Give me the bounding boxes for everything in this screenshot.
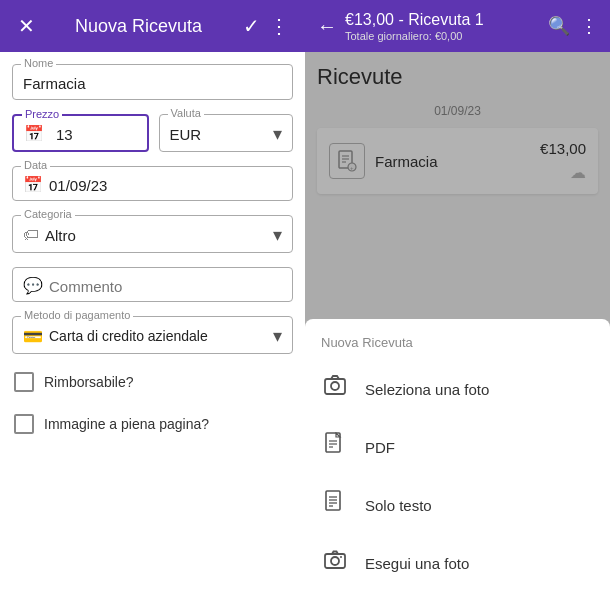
sheet-item-photo-label: Seleziona una foto [365,381,489,398]
metodo-label: Metodo di pagamento [21,309,133,321]
metodo-dropdown-arrow[interactable]: ▾ [273,325,282,347]
prezzo-label: Prezzo [22,108,62,120]
commento-field: 💬 [12,267,293,302]
date-icon: 📅 [23,175,43,194]
sheet-item-photo[interactable]: Seleziona una foto [305,360,610,418]
valuta-field: Valuta EUR ▾ [159,114,294,152]
commento-input[interactable] [49,276,282,295]
back-icon[interactable]: ← [317,15,337,38]
categoria-label: Categoria [21,208,75,220]
metodo-value: Carta di credito aziendale [49,328,273,344]
rimborsabile-row: Rimborsabile? [12,368,293,396]
bottom-sheet-title: Nuova Ricevuta [305,335,610,360]
immagine-checkbox[interactable] [14,414,34,434]
categoria-field: Categoria 🏷 Altro ▾ [12,215,293,253]
search-icon[interactable]: 🔍 [548,15,570,37]
svg-point-19 [340,556,342,558]
svg-point-7 [331,382,339,390]
categoria-dropdown-arrow[interactable]: ▾ [273,224,282,246]
camera-icon [321,548,349,578]
nome-field: Nome [12,64,293,100]
text-icon [321,490,349,520]
rimborsabile-checkbox[interactable] [14,372,34,392]
prezzo-field: Prezzo 📅 [12,114,149,152]
right-title: €13,00 - Ricevuta 1 [345,10,540,29]
left-form: Nome Prezzo 📅 Valuta EUR ▾ Data [0,52,305,600]
categoria-value: Altro [45,227,273,244]
right-header-titles: €13,00 - Ricevuta 1 Totale giornaliero: … [345,10,540,41]
prezzo-input[interactable] [56,124,116,143]
data-input[interactable] [49,175,282,194]
valuta-value: EUR [170,126,202,143]
right-panel: ← €13,00 - Ricevuta 1 Totale giornaliero… [305,0,610,600]
svg-rect-17 [325,554,345,568]
right-subtitle: Totale giornaliero: €0,00 [345,30,540,42]
close-icon[interactable]: ✕ [12,14,40,38]
valuta-dropdown-arrow[interactable]: ▾ [273,123,282,145]
right-header: ← €13,00 - Ricevuta 1 Totale giornaliero… [305,0,610,52]
nome-label: Nome [21,57,56,69]
immagine-label: Immagine a piena pagina? [44,416,209,432]
nome-input[interactable] [23,73,282,92]
prezzo-valuta-row: Prezzo 📅 Valuta EUR ▾ [12,114,293,152]
svg-point-18 [331,557,339,565]
left-panel: ✕ Nuova Ricevuta ✓ ⋮ Nome Prezzo 📅 Valut… [0,0,305,600]
bottom-sheet: Nuova Ricevuta Seleziona una foto [305,319,610,600]
metodo-field: Metodo di pagamento 💳 Carta di credito a… [12,316,293,354]
data-label: Data [21,159,50,171]
pdf-icon [321,432,349,462]
check-icon[interactable]: ✓ [237,14,265,38]
sheet-item-camera-label: Esegui una foto [365,555,469,572]
valuta-label: Valuta [168,107,204,119]
card-icon: 💳 [23,327,43,346]
calendar-icon-prezzo: 📅 [24,124,44,143]
left-header: ✕ Nuova Ricevuta ✓ ⋮ [0,0,305,52]
data-field: Data 📅 [12,166,293,201]
immagine-row: Immagine a piena pagina? [12,410,293,438]
sheet-item-text-label: Solo testo [365,497,432,514]
comment-icon: 💬 [23,276,43,295]
sheet-item-text[interactable]: Solo testo [305,476,610,534]
photo-icon [321,374,349,404]
right-header-icons: 🔍 ⋮ [548,15,598,37]
bottom-sheet-overlay: Nuova Ricevuta Seleziona una foto [305,52,610,600]
sheet-item-pdf-label: PDF [365,439,395,456]
rimborsabile-label: Rimborsabile? [44,374,133,390]
sheet-item-camera[interactable]: Esegui una foto [305,534,610,592]
sheet-item-pdf[interactable]: PDF [305,418,610,476]
more-options-icon[interactable]: ⋮ [580,15,598,37]
more-icon[interactable]: ⋮ [265,14,293,38]
right-main: Ricevute 01/09/23 + Farmacia €13,00 [305,52,610,600]
page-title: Nuova Ricevuta [40,16,237,37]
tag-icon: 🏷 [23,226,39,244]
